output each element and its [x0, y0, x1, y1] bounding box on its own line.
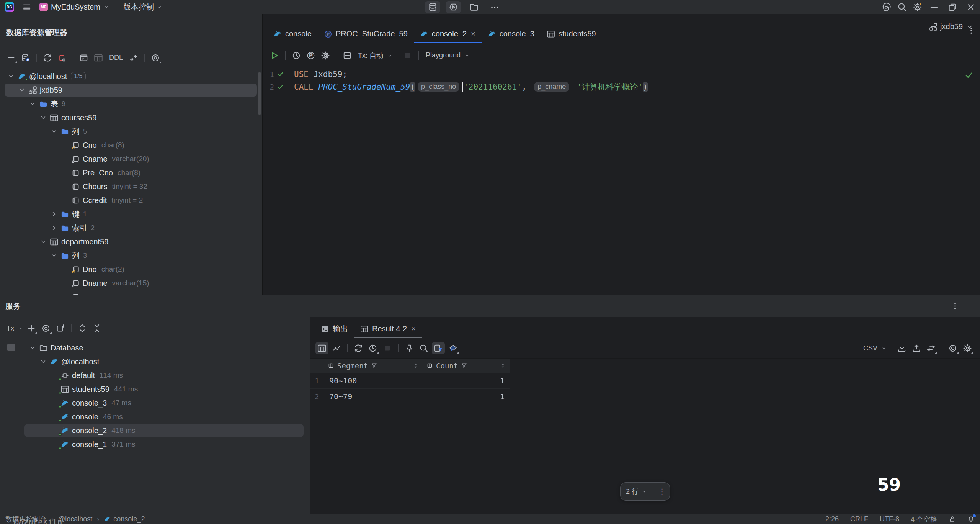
- tree-item-pre-cno[interactable]: Pre_Cno char(8): [0, 166, 262, 180]
- chevron-down-icon[interactable]: [49, 252, 59, 259]
- scrollbar-thumb[interactable]: [258, 72, 261, 115]
- unlock-button[interactable]: [949, 516, 956, 523]
- bucket-button[interactable]: [446, 342, 459, 354]
- tree-item-ccredit[interactable]: Ccredit tinyint = 2: [0, 193, 262, 207]
- main-menu-button[interactable]: [20, 1, 33, 13]
- tree-item-表[interactable]: 表 9: [0, 97, 262, 111]
- playground-button[interactable]: Playground: [423, 49, 470, 62]
- tree-item-cname[interactable]: Cname varchar(20): [0, 152, 262, 166]
- code-editor[interactable]: 1 USE Jxdb59; 2 CALL PROC_StuGradeNum_59…: [263, 68, 980, 295]
- status-crlf[interactable]: CRLF: [850, 515, 868, 523]
- editor-tab-students59[interactable]: students59: [541, 26, 602, 43]
- tree-item-console-2[interactable]: console_2 418 ms: [21, 424, 310, 437]
- upload-button[interactable]: [910, 342, 923, 354]
- tree-item--localhost[interactable]: @localhost: [21, 355, 310, 368]
- pin-button[interactable]: [403, 342, 416, 354]
- close-icon[interactable]: ×: [411, 324, 416, 333]
- editor-tab-console[interactable]: console: [267, 26, 318, 43]
- tree-item-jxdb59[interactable]: jxdb59: [0, 83, 262, 97]
- ellipsis-button[interactable]: [487, 1, 502, 13]
- tree-item-blank[interactable]: [0, 290, 262, 295]
- tree-item-chours[interactable]: Chours tinyint = 32: [0, 180, 262, 193]
- chart-button[interactable]: [330, 342, 343, 354]
- chevron-down-icon[interactable]: [28, 344, 38, 352]
- cell-count[interactable]: 1: [423, 389, 510, 404]
- tree-item-dname[interactable]: Dname varchar(15): [0, 276, 262, 290]
- ai-swirl-button[interactable]: [879, 1, 894, 13]
- close-icon[interactable]: ×: [471, 29, 475, 38]
- gear-button[interactable]: [910, 1, 925, 13]
- ddl-button[interactable]: DDL: [106, 52, 126, 64]
- filter-funnel-icon[interactable]: [461, 362, 467, 369]
- tree-item-console-3[interactable]: console_3 47 ms: [21, 396, 310, 410]
- hide-panel-icon[interactable]: [966, 302, 975, 310]
- database-button[interactable]: [425, 1, 440, 13]
- code-line[interactable]: 2 CALL PROC_StuGradeNum_59(p_class_no'20…: [263, 80, 980, 93]
- console-add-button[interactable]: [54, 322, 67, 334]
- play-button[interactable]: [268, 49, 281, 62]
- cell-segment[interactable]: 70~79: [324, 389, 423, 404]
- refresh-button[interactable]: [41, 52, 54, 64]
- column-header-count[interactable]: Count: [423, 359, 510, 373]
- procedure-circle-button[interactable]: P: [304, 49, 317, 62]
- inlay-layout-button[interactable]: [341, 49, 354, 62]
- options-kebab-icon[interactable]: [951, 302, 959, 310]
- sort-icon[interactable]: [500, 362, 506, 369]
- tree-item--localhost[interactable]: @localhost 1/5: [0, 69, 262, 83]
- add-button[interactable]: [25, 322, 38, 334]
- tx-button[interactable]: Tx: [4, 322, 23, 334]
- tree-item-students59[interactable]: students59 441 ms: [21, 382, 310, 396]
- stop-button[interactable]: [401, 49, 414, 62]
- stop-button[interactable]: [381, 342, 394, 354]
- clock-button[interactable]: [290, 49, 303, 62]
- stop-button[interactable]: [7, 344, 15, 351]
- cell-segment[interactable]: 90~100: [324, 373, 423, 388]
- filter-grid-button[interactable]: [432, 342, 445, 354]
- clock-button[interactable]: [366, 342, 379, 354]
- chevron-down-icon[interactable]: [17, 86, 27, 94]
- csv-button[interactable]: CSV: [861, 342, 887, 354]
- chevron-down-icon[interactable]: [38, 114, 48, 121]
- close-button[interactable]: [962, 0, 980, 14]
- tree-item-列[interactable]: 列 5: [0, 124, 262, 138]
- filter-funnel-icon[interactable]: [371, 362, 377, 369]
- sort-icon[interactable]: [412, 362, 419, 369]
- tree-item-键[interactable]: 键 1: [0, 207, 262, 221]
- refresh-button[interactable]: [352, 342, 365, 354]
- chevron-down-icon[interactable]: [6, 72, 16, 80]
- cell-count[interactable]: 1: [423, 373, 510, 388]
- collapse-button[interactable]: [90, 322, 103, 334]
- tx-自动-button[interactable]: Tx: 自动: [355, 49, 392, 62]
- status-2-26[interactable]: 2:26: [825, 515, 839, 523]
- project-widget[interactable]: ME MyEduSystem: [39, 3, 109, 11]
- expand-button[interactable]: [76, 322, 89, 334]
- console-run-button[interactable]: [77, 52, 90, 64]
- tree-item-cno[interactable]: Cno char(8): [0, 138, 262, 152]
- eye-button[interactable]: [946, 342, 959, 354]
- editor-tab-console-2[interactable]: console_2 ×: [414, 26, 482, 43]
- tree-item-department59[interactable]: department59: [0, 235, 262, 249]
- tree-item-索引[interactable]: 索引 2: [0, 221, 262, 235]
- pager-kebab-icon[interactable]: ⋮: [657, 487, 667, 496]
- unlink-button[interactable]: [56, 52, 69, 64]
- goto-button[interactable]: [127, 52, 140, 64]
- db-gear-button[interactable]: [19, 52, 32, 64]
- chevron-right-icon[interactable]: [49, 210, 59, 218]
- folder-button[interactable]: [466, 1, 482, 13]
- table-button[interactable]: [92, 52, 105, 64]
- maximize-button[interactable]: [943, 0, 962, 14]
- search-button[interactable]: [417, 342, 430, 354]
- result-tab-result-4-2[interactable]: Result 4-2 ×: [354, 321, 422, 338]
- chevron-down-icon[interactable]: [28, 100, 38, 108]
- column-header-segment[interactable]: Segment: [324, 359, 423, 373]
- schema-selector[interactable]: jxdb59: [929, 14, 974, 39]
- tree-item-courses59[interactable]: courses59: [0, 111, 262, 124]
- download-button[interactable]: [895, 342, 908, 354]
- inspection-ok-icon[interactable]: [965, 71, 973, 81]
- chevron-down-icon[interactable]: [38, 238, 48, 246]
- breadcrumb-console-2[interactable]: console_2: [104, 515, 145, 523]
- tree-item-database[interactable]: Database: [21, 341, 310, 355]
- status-utf-8[interactable]: UTF-8: [880, 515, 899, 523]
- vcs-widget[interactable]: 版本控制: [123, 2, 162, 12]
- bell-button[interactable]: [967, 516, 975, 523]
